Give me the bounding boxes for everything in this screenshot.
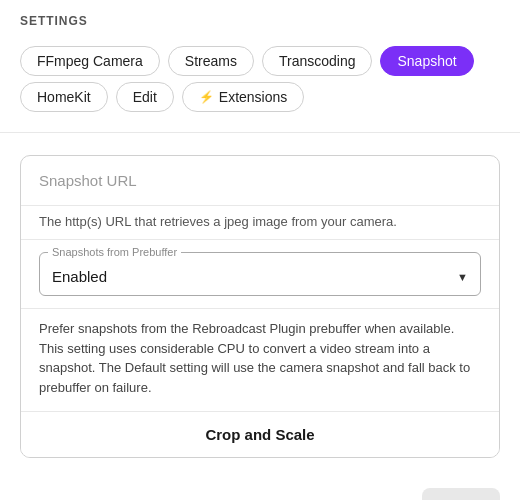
content-area: Snapshot URL The http(s) URL that retrie… bbox=[0, 133, 520, 474]
prebuffer-hint: Prefer snapshots from the Rebroadcast Pl… bbox=[21, 309, 499, 412]
snapshot-url-input[interactable]: Snapshot URL bbox=[21, 156, 499, 206]
snapshot-url-hint: The http(s) URL that retrieves a jpeg im… bbox=[21, 206, 499, 240]
prebuffer-select[interactable]: Enabled ▼ bbox=[40, 258, 480, 295]
settings-card: Snapshot URL The http(s) URL that retrie… bbox=[20, 155, 500, 458]
tab-ffmpeg-camera[interactable]: FFmpeg Camera bbox=[20, 46, 160, 76]
bolt-icon: ⚡ bbox=[199, 90, 214, 104]
tab-snapshot[interactable]: Snapshot bbox=[380, 46, 473, 76]
tab-streams[interactable]: Streams bbox=[168, 46, 254, 76]
tab-extensions[interactable]: ⚡ Extensions bbox=[182, 82, 304, 112]
tabs-row: FFmpeg Camera Streams Transcoding Snapsh… bbox=[0, 38, 520, 82]
tabs-row-2: HomeKit Edit ⚡ Extensions bbox=[0, 82, 520, 118]
prebuffer-value: Enabled bbox=[52, 268, 107, 285]
save-button[interactable]: Save bbox=[422, 488, 500, 500]
tab-homekit[interactable]: HomeKit bbox=[20, 82, 108, 112]
prebuffer-section: Snapshots from Prebuffer Enabled ▼ bbox=[21, 246, 499, 309]
prebuffer-fieldset: Snapshots from Prebuffer Enabled ▼ bbox=[39, 246, 481, 296]
tab-transcoding[interactable]: Transcoding bbox=[262, 46, 373, 76]
prebuffer-legend: Snapshots from Prebuffer bbox=[48, 246, 181, 258]
crop-scale-button[interactable]: Crop and Scale bbox=[21, 412, 499, 457]
save-row: Save bbox=[0, 474, 520, 500]
chevron-down-icon: ▼ bbox=[457, 271, 468, 283]
tab-edit[interactable]: Edit bbox=[116, 82, 174, 112]
page-title: SETTINGS bbox=[0, 0, 520, 38]
